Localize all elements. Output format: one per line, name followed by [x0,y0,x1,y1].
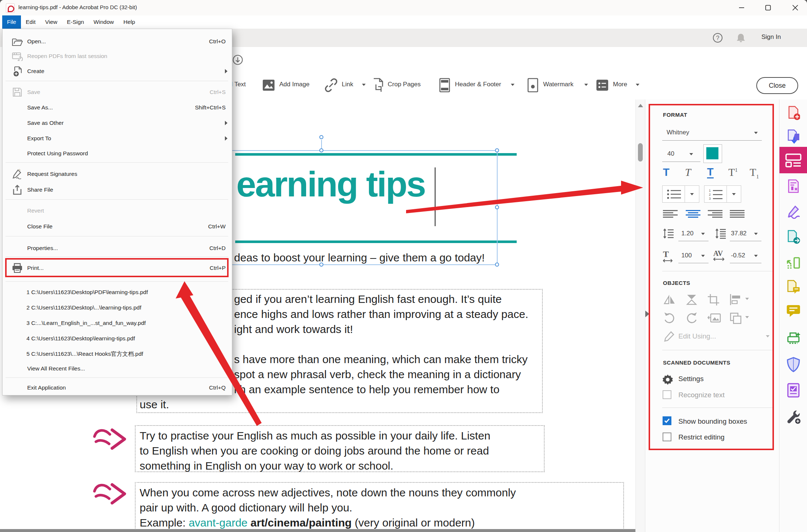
link-icon[interactable] [323,77,339,93]
scroll-up-icon[interactable] [638,104,643,107]
menu-item-protect-password[interactable]: Protect Using Password [3,146,232,161]
menu-item-recent-file-5[interactable]: 5 C:\Users\11623\...\React Hooks官方文档.pdf [3,346,232,362]
next-page-icon[interactable] [232,54,244,66]
paragraph-2-text: Try to practise your English as much as … [140,428,490,473]
rotate-handle[interactable] [319,135,323,139]
menu-item-share-file[interactable]: Share File [3,182,232,198]
comment-document-icon[interactable] [786,279,801,295]
menu-file[interactable]: File [2,15,21,29]
menu-item-export-to[interactable]: Export To [3,131,232,146]
paragraph-1-lastline: use it. [140,397,169,412]
menu-item-recent-file-2[interactable]: 2 C:\Users\11623\Desktop\...\learning-ti… [3,300,232,315]
watermark-icon[interactable] [526,77,540,93]
print-highlight-annotation [5,258,229,277]
minimize-button[interactable] [733,0,750,15]
crop-pages-icon[interactable] [370,77,386,93]
compress-pdf-icon[interactable] [785,255,801,271]
link-button[interactable]: Link [342,81,353,88]
title-bar: learning-tips.pdf - Adobe Acrobat Pro DC… [0,0,807,15]
menu-item-recent-file-4[interactable]: 4 C:\Users\11623\Desktop\learning-tips.p… [3,331,232,346]
scrollbar-thumb[interactable] [638,143,643,162]
selection-handle-top[interactable] [319,148,323,152]
watermark-caret-icon[interactable] [584,84,588,86]
paragraph-1-text: ged if you aren’t learning English fast … [234,292,528,397]
menu-edit[interactable]: Edit [21,15,40,29]
header-footer-icon[interactable] [437,77,452,93]
acrobat-window: learning-tips.pdf - Adobe Acrobat Pro DC… [0,0,807,532]
document-subtitle-text[interactable]: deas to boost your learning – give them … [234,251,485,264]
menu-item-view-all-recent[interactable]: View All Recent Files... [3,361,232,376]
maximize-button[interactable] [760,0,776,15]
request-signatures-icon [11,167,24,181]
pink-arrow-icon-2 [93,482,127,507]
more-caret-icon[interactable] [636,84,639,86]
create-pdf-menu-icon [11,65,24,78]
tools-strip [779,99,807,532]
menu-item-save-as-other[interactable]: Save as Other [3,115,232,131]
sign-in-button[interactable]: Sign In [761,33,781,41]
add-image-button[interactable]: Add Image [279,81,309,88]
protect-pdf-icon[interactable] [786,357,801,373]
edit-pdf-active-tab[interactable] [779,147,807,173]
selection-handle-top-right[interactable] [495,148,499,152]
link-caret-icon[interactable] [362,84,366,86]
more-button[interactable]: More [613,81,627,88]
menu-item-reopen-pdfs[interactable]: Reopen PDFs from last session [3,48,232,64]
menu-item-recent-file-1[interactable]: 1 C:\Users\11623\Desktop\PDF\learning-ti… [3,285,232,300]
document-title-text[interactable]: earning tips [236,164,425,205]
submenu-arrow-icon [225,69,227,73]
menu-item-save[interactable]: SaveCtrl+S [3,84,232,100]
export-pdf-icon[interactable] [786,129,801,144]
menu-item-recent-file-3[interactable]: 3 C:...\Learn_English_in_...st_and_fun_w… [3,315,232,331]
menu-esign[interactable]: E-Sign [62,15,89,29]
menu-item-close-file[interactable]: Close FileCtrl+W [3,219,232,234]
header-footer-caret-icon[interactable] [511,84,514,86]
help-icon[interactable]: ? [711,31,725,45]
menu-help[interactable]: Help [119,15,140,29]
submenu-arrow-icon [225,121,227,125]
menu-item-revert[interactable]: Revert [3,203,232,218]
file-menu-dropdown: Open...Ctrl+O Reopen PDFs from last sess… [2,29,232,395]
more-icon[interactable] [595,77,610,93]
window-title: learning-tips.pdf - Adobe Acrobat Pro DC… [18,4,137,10]
document-background-strip [0,529,635,532]
title-rule-bottom [235,240,517,243]
comment-bubble-icon[interactable] [786,304,801,318]
pink-arrow-icon-1 [93,427,127,453]
menu-bar: File Edit View E-Sign Window Help [0,15,807,29]
fill-sign-icon[interactable] [785,205,801,219]
menu-item-save-as[interactable]: Save As...Shift+Ctrl+S [3,100,232,115]
menu-item-exit[interactable]: Exit ApplicationCtrl+Q [3,380,232,395]
notifications-bell-icon[interactable] [734,31,748,45]
menu-item-create[interactable]: Create [3,64,232,79]
selection-handle-bottom-right[interactable] [495,263,499,267]
crop-pages-button[interactable]: Crop Pages [388,81,421,88]
menu-item-request-signatures[interactable]: Request Signatures [3,166,232,182]
open-folder-icon [11,35,24,48]
header-footer-button[interactable]: Header & Footer [455,81,501,88]
menu-view[interactable]: View [40,15,62,29]
redact-pages-icon[interactable] [786,179,801,194]
svg-text:?: ? [716,35,720,41]
selection-handle-right[interactable] [495,205,499,209]
selection-handle-bottom[interactable] [319,263,323,267]
more-tools-icon[interactable] [785,409,801,425]
send-for-review-icon[interactable] [786,229,801,245]
create-pdf-icon[interactable] [786,105,801,121]
panel-highlight-annotation [649,104,774,450]
menu-window[interactable]: Window [89,15,119,29]
prepare-form-icon[interactable] [786,382,801,398]
reopen-session-icon [11,50,24,63]
watermark-button[interactable]: Watermark [543,81,574,88]
document-scrollbar[interactable] [635,99,645,532]
menu-item-open[interactable]: Open...Ctrl+O [3,34,232,49]
text-caret [435,167,435,226]
add-image-icon[interactable] [261,77,276,93]
acrobat-app-icon [6,3,15,13]
close-window-button[interactable] [786,0,804,15]
close-edit-button[interactable]: Close [756,77,798,94]
menu-item-properties[interactable]: Properties...Ctrl+D [3,240,232,256]
share-file-icon [11,183,24,196]
title-rule-top [235,153,517,156]
scan-ocr-icon[interactable] [785,332,801,347]
